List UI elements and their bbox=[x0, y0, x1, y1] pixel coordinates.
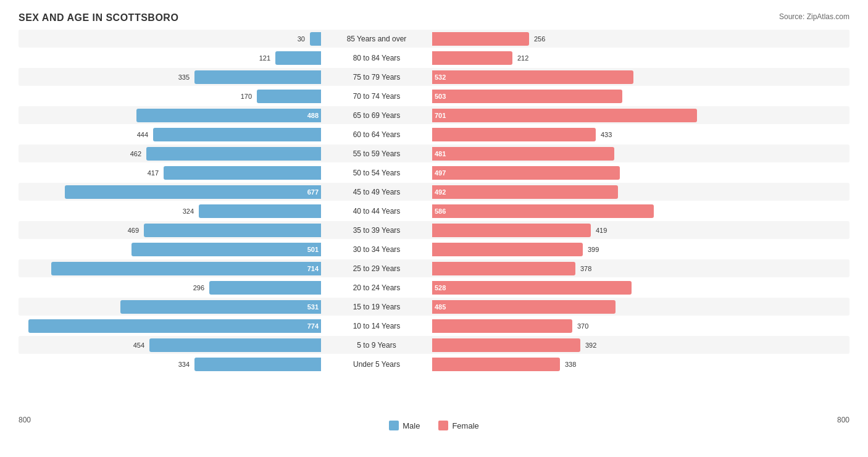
bar-right-container: 433 bbox=[432, 125, 735, 143]
table-row: 50130 to 34 Years399 bbox=[19, 240, 849, 258]
bar-female bbox=[432, 338, 580, 352]
bar-female: 528 bbox=[432, 281, 632, 295]
bar-male bbox=[257, 90, 321, 103]
chart-title: SEX AND AGE IN SCOTTSBORO bbox=[19, 12, 849, 23]
bar-male-value-outside: 462 bbox=[130, 150, 144, 157]
bar-male-value-outside: 324 bbox=[183, 208, 196, 215]
bar-male-value-outside: 417 bbox=[148, 169, 161, 177]
bar-female-value: 485 bbox=[435, 303, 446, 311]
table-row: 53115 to 19 Years485 bbox=[19, 298, 849, 316]
bar-right-container: 485 bbox=[432, 298, 735, 316]
bar-male bbox=[275, 51, 321, 65]
row-label: Under 5 Years bbox=[321, 360, 432, 369]
bar-male-value-outside: 334 bbox=[178, 361, 192, 368]
bar-left-container: 334 bbox=[19, 355, 321, 373]
row-label: 55 to 59 Years bbox=[321, 149, 432, 158]
legend-male: Male bbox=[389, 421, 420, 430]
chart-area: 3085 Years and over25612180 to 84 Years2… bbox=[19, 30, 849, 413]
bar-female: 492 bbox=[432, 185, 618, 199]
bar-female bbox=[432, 243, 583, 256]
row-label: 75 to 79 Years bbox=[321, 73, 432, 82]
bar-male-value: 488 bbox=[307, 112, 319, 119]
table-row: 3085 Years and over256 bbox=[19, 30, 849, 48]
bar-left-container: 170 bbox=[19, 87, 321, 105]
bar-left-container: 335 bbox=[19, 68, 321, 86]
bar-female-value: 503 bbox=[435, 93, 446, 100]
bar-female bbox=[432, 51, 512, 65]
legend-female-label: Female bbox=[452, 421, 478, 430]
bar-male: 774 bbox=[28, 319, 321, 333]
chart-container: SEX AND AGE IN SCOTTSBORO Source: ZipAtl… bbox=[0, 0, 868, 457]
bar-male: 677 bbox=[65, 185, 321, 199]
bar-male-value: 774 bbox=[307, 322, 319, 330]
row-label: 45 to 49 Years bbox=[321, 188, 432, 196]
bar-right-container: 378 bbox=[432, 259, 735, 277]
bar-female: 701 bbox=[432, 109, 697, 122]
row-label: 25 to 29 Years bbox=[321, 264, 432, 273]
bar-female bbox=[432, 262, 575, 275]
bar-male-value: 714 bbox=[307, 265, 319, 272]
bar-right-container: 419 bbox=[432, 221, 735, 239]
table-row: 71425 to 29 Years378 bbox=[19, 259, 849, 277]
bar-male bbox=[153, 128, 321, 141]
bar-right-container: 532 bbox=[432, 68, 735, 86]
bar-left-container: 488 bbox=[19, 106, 321, 124]
bar-right-container: 528 bbox=[432, 279, 735, 296]
bar-female-value-outside: 392 bbox=[583, 342, 596, 349]
bar-male-value-outside: 121 bbox=[259, 54, 273, 62]
bar-left-container: 296 bbox=[19, 279, 321, 296]
legend-female-box bbox=[438, 421, 448, 430]
bar-female: 503 bbox=[432, 90, 622, 103]
bar-male bbox=[310, 32, 321, 46]
legend-female: Female bbox=[438, 421, 478, 430]
bar-male bbox=[199, 204, 321, 218]
bar-female-value: 497 bbox=[435, 169, 446, 177]
bar-right-container: 492 bbox=[432, 183, 735, 201]
bar-male-value-outside: 335 bbox=[178, 73, 192, 81]
table-row: 32440 to 44 Years586 bbox=[19, 202, 849, 220]
bar-female bbox=[432, 224, 591, 237]
table-row: 46935 to 39 Years419 bbox=[19, 221, 849, 239]
bar-male-value-outside: 454 bbox=[133, 342, 147, 349]
bar-right-container: 399 bbox=[432, 240, 735, 258]
bar-female-value: 532 bbox=[435, 73, 446, 81]
bar-left-container: 501 bbox=[19, 240, 321, 258]
row-label: 80 to 84 Years bbox=[321, 54, 432, 62]
row-label: 10 to 14 Years bbox=[321, 322, 432, 330]
bar-male: 531 bbox=[120, 300, 321, 314]
row-label: 85 Years and over bbox=[321, 35, 432, 43]
table-row: 12180 to 84 Years212 bbox=[19, 49, 849, 67]
table-row: 44460 to 64 Years433 bbox=[19, 125, 849, 143]
table-row: 334Under 5 Years338 bbox=[19, 355, 849, 373]
bar-female-value: 586 bbox=[435, 208, 446, 215]
bar-female: 497 bbox=[432, 166, 620, 180]
bar-male bbox=[209, 281, 321, 295]
bar-female: 586 bbox=[432, 204, 654, 218]
bar-left-container: 714 bbox=[19, 259, 321, 277]
bar-right-container: 256 bbox=[432, 30, 735, 48]
bar-left-container: 531 bbox=[19, 298, 321, 316]
bar-male-value-outside: 296 bbox=[193, 284, 207, 291]
table-row: 48865 to 69 Years701 bbox=[19, 106, 849, 124]
bar-female-value-outside: 370 bbox=[575, 322, 588, 330]
bar-male-value-outside: 170 bbox=[241, 93, 254, 100]
table-row: 4545 to 9 Years392 bbox=[19, 336, 849, 354]
bar-right-container: 392 bbox=[432, 336, 735, 354]
bar-left-container: 444 bbox=[19, 125, 321, 143]
bar-male: 488 bbox=[136, 109, 321, 122]
table-row: 67745 to 49 Years492 bbox=[19, 183, 849, 201]
bar-right-container: 338 bbox=[432, 355, 735, 373]
legend: Male Female bbox=[389, 421, 479, 430]
bar-female-value: 528 bbox=[435, 284, 446, 291]
bar-female-value: 481 bbox=[435, 150, 446, 157]
legend-male-label: Male bbox=[403, 421, 420, 430]
bar-left-container: 774 bbox=[19, 317, 321, 335]
bar-female-value-outside: 399 bbox=[585, 246, 599, 253]
bar-female-value-outside: 433 bbox=[598, 131, 612, 138]
bar-female-value: 492 bbox=[435, 188, 446, 196]
bar-female-value-outside: 212 bbox=[515, 54, 528, 62]
axis-left-label: 800 bbox=[19, 416, 31, 430]
bar-male bbox=[146, 147, 321, 161]
bar-left-container: 454 bbox=[19, 336, 321, 354]
bar-female: 485 bbox=[432, 300, 616, 314]
